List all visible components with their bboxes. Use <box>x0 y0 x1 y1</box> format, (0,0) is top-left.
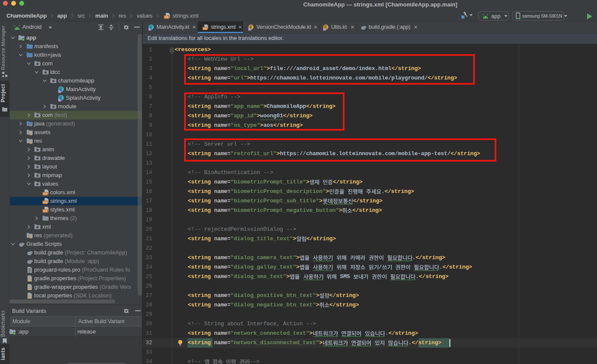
svg-text:<>: <> <box>203 27 206 31</box>
svg-text:<>: <> <box>43 209 47 213</box>
svg-text:<>: <> <box>165 15 169 19</box>
svg-text:<>: <> <box>43 192 47 196</box>
svg-text:<>: <> <box>43 201 47 204</box>
